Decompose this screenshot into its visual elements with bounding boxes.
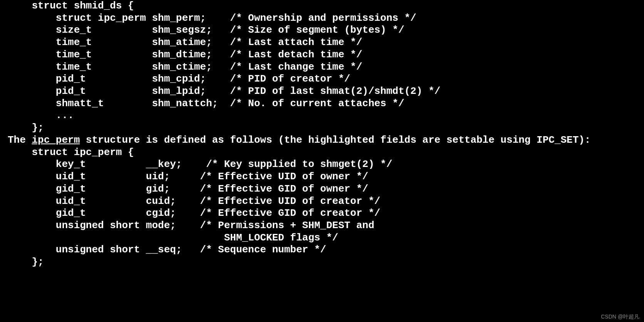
struct-line: time_t shm_dtime; /* Last detach time */ (8, 49, 362, 60)
ipc-perm-link: ipc_perm (32, 134, 80, 146)
struct-line: shmatt_t shm_nattch; /* No. of current a… (8, 98, 404, 109)
struct-line: struct ipc_perm shm_perm; /* Ownership a… (8, 12, 416, 24)
desc-prefix: The (8, 134, 32, 146)
struct-line: pid_t shm_lpid; /* PID of last shmat(2)/… (8, 85, 440, 97)
struct-line-post: ; /* (170, 220, 218, 231)
desc-middle: structure is defined as follows (the hig… (80, 134, 537, 146)
struct-line: ... (8, 110, 74, 121)
struct-line: key_t __key; /* Key supplied to shmget(2… (8, 158, 392, 170)
struct-line-pre: unsigned short (8, 220, 146, 231)
struct-footer: }; (8, 256, 44, 268)
struct-line: uid_t cuid; /* Effective UID of creator … (8, 195, 380, 207)
manpage-content: struct shmid_ds { struct ipc_perm shm_pe… (0, 0, 644, 269)
struct-line: gid_t cgid; /* Effective GID of creator … (8, 207, 380, 219)
struct-line: time_t shm_ctime; /* Last change time */ (8, 61, 362, 73)
permissions-text: Permissions (218, 220, 284, 231)
gid-field: gid (146, 183, 164, 195)
desc-suffix: ): (579, 134, 590, 146)
struct-header: struct shmid_ds { (8, 0, 134, 12)
struct-line: pid_t shm_cpid; /* PID of creator */ (8, 73, 350, 85)
struct-line: unsigned short __seq; /* Sequence number… (8, 244, 326, 255)
struct-line-post: ; /* Effective UID of owner */ (164, 171, 369, 182)
struct-footer: }; (8, 122, 44, 133)
struct-ipc-perm: struct ipc_perm { key_t __key; /* Key su… (8, 147, 644, 269)
struct-line: SHM_LOCKED flags */ (8, 232, 338, 244)
struct-line-post2: + SHM_DEST and (284, 220, 374, 231)
struct-shmid-ds: struct shmid_ds { struct ipc_perm shm_pe… (8, 0, 644, 134)
struct-line-pre: uid_t (8, 171, 146, 182)
struct-header: struct ipc_perm { (8, 147, 134, 158)
struct-line: size_t shm_segsz; /* Size of segment (by… (8, 24, 404, 36)
mode-field: mode (146, 220, 170, 231)
struct-line-pre: gid_t (8, 183, 146, 195)
struct-line-post: ; /* Effective GID of owner */ (164, 183, 369, 195)
watermark: CSDN @叶超凡 (601, 314, 639, 320)
ipc-set-constant: IPC_SET (537, 134, 579, 146)
description-text: The ipc_perm structure is defined as fol… (8, 134, 644, 147)
struct-line: time_t shm_atime; /* Last attach time */ (8, 37, 362, 48)
uid-field: uid (146, 171, 164, 182)
